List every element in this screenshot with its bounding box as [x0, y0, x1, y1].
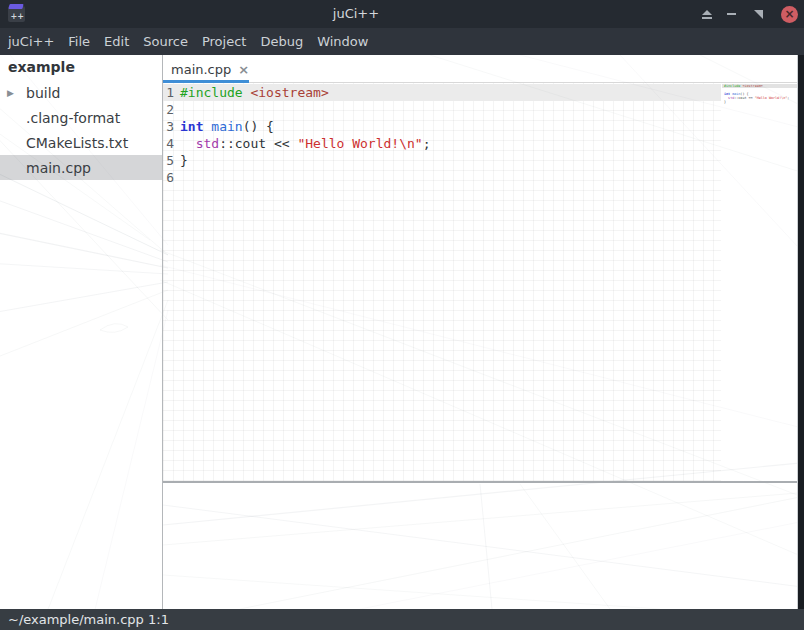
- tab-close-icon[interactable]: ×: [238, 62, 249, 77]
- token-plain: [203, 118, 211, 135]
- code-line: 2: [163, 101, 721, 118]
- line-number: 3: [163, 118, 174, 135]
- token-keyword_type: int: [180, 118, 203, 135]
- minimap-line: [722, 104, 797, 108]
- file-tree-items: ▶build.clang-formatCMakeLists.txtmain.cp…: [0, 80, 162, 180]
- tree-item-cmakelists-txt[interactable]: CMakeLists.txt: [0, 130, 162, 155]
- titlebar: ++ juCi++ ×: [0, 0, 804, 28]
- menu-item-file[interactable]: File: [61, 28, 97, 55]
- terminal-panel[interactable]: [163, 483, 798, 609]
- close-button[interactable]: ×: [781, 6, 798, 23]
- token-namespace: std: [196, 135, 219, 152]
- app-window: ++ juCi++ × juCi++FileEditSourceProjectD…: [0, 0, 804, 630]
- app-logo-icon: ++: [8, 6, 25, 22]
- token-include_path: <iostream>: [742, 84, 762, 88]
- status-file-position: ~/example/main.cpp 1:1: [8, 612, 169, 627]
- expander-icon[interactable]: ▶: [0, 88, 19, 98]
- code-line: 6: [163, 169, 721, 186]
- window-title: juCi++: [28, 0, 684, 28]
- line-number: 5: [163, 152, 174, 169]
- status-bar: ~/example/main.cpp 1:1: [0, 609, 804, 630]
- tree-item-label: main.cpp: [19, 160, 91, 176]
- line-number: 6: [163, 169, 174, 186]
- logo-cube-top: [8, 4, 23, 9]
- minimap[interactable]: #include <iostream>int main() { std::cou…: [722, 83, 797, 481]
- token-plain: }: [180, 152, 188, 169]
- code-line: 5}: [163, 152, 721, 169]
- logo-plus-plus: ++: [11, 13, 24, 21]
- token-function: main: [211, 118, 242, 135]
- menu-item-edit[interactable]: Edit: [97, 28, 136, 55]
- tab-bar: main.cpp ×: [163, 55, 798, 83]
- token-string: "Hello World!\n": [755, 96, 788, 100]
- menu-item-debug[interactable]: Debug: [253, 28, 310, 55]
- minimap-line: std::cout << "Hello World!\n";: [722, 96, 797, 100]
- tab-main-cpp[interactable]: main.cpp ×: [163, 55, 249, 83]
- token-preprocessor: #include: [180, 84, 243, 101]
- line-number: 2: [163, 101, 174, 118]
- line-number: 4: [163, 135, 174, 152]
- token-plain: [243, 84, 251, 101]
- maximize-button[interactable]: [754, 10, 763, 19]
- shade-button[interactable]: [702, 10, 712, 19]
- tree-item-label: .clang-format: [19, 110, 120, 126]
- right-scrollbar-track[interactable]: [797, 55, 804, 609]
- code-line: 1#include <iostream>: [163, 84, 721, 101]
- maximize-icon: [754, 10, 763, 19]
- project-root-label[interactable]: example: [0, 55, 162, 80]
- sidebar-resize-handle[interactable]: [162, 55, 163, 609]
- close-icon: ×: [784, 6, 794, 23]
- menu-item-source[interactable]: Source: [136, 28, 195, 55]
- tree-item-build[interactable]: ▶build: [0, 80, 162, 105]
- code-line: 3int main() {: [163, 118, 721, 135]
- minimap-lines: #include <iostream>int main() { std::cou…: [722, 83, 797, 108]
- minimize-button[interactable]: [727, 13, 736, 15]
- menu-item-juci[interactable]: juCi++: [1, 28, 61, 55]
- eject-icon-bar: [702, 17, 712, 19]
- token-plain: }: [724, 100, 726, 104]
- file-tree-panel[interactable]: example ▶build.clang-formatCMakeLists.tx…: [0, 55, 162, 609]
- menubar: juCi++FileEditSourceProjectDebugWindow: [0, 28, 804, 55]
- eject-icon: [702, 10, 712, 15]
- token-plain: () {: [243, 118, 274, 135]
- menu-item-window[interactable]: Window: [310, 28, 375, 55]
- tree-item-main-cpp[interactable]: main.cpp: [0, 155, 162, 180]
- minimize-icon: [727, 13, 736, 15]
- tree-item-label: CMakeLists.txt: [19, 135, 128, 151]
- token-plain: ;: [423, 135, 431, 152]
- token-plain: ::cout <<: [734, 96, 754, 100]
- token-plain: ;: [787, 96, 789, 100]
- code-editor[interactable]: 1#include <iostream>23int main() {4 std:…: [163, 83, 721, 481]
- terminal-resize-handle[interactable]: [163, 481, 798, 483]
- code-lines: 1#include <iostream>23int main() {4 std:…: [163, 83, 721, 186]
- code-line: 4 std::cout << "Hello World!\n";: [163, 135, 721, 152]
- tab-label: main.cpp: [171, 62, 231, 77]
- tree-item--clang-format[interactable]: .clang-format: [0, 105, 162, 130]
- menu-item-project[interactable]: Project: [195, 28, 253, 55]
- token-plain: [180, 135, 196, 152]
- token-include_path: <iostream>: [250, 84, 328, 101]
- window-controls: ×: [702, 0, 804, 28]
- tree-item-label: build: [19, 85, 60, 101]
- line-number: 1: [163, 84, 174, 101]
- token-plain: ::cout <<: [219, 135, 297, 152]
- token-string: "Hello World!\n": [297, 135, 422, 152]
- token-preprocessor: #include: [724, 84, 740, 88]
